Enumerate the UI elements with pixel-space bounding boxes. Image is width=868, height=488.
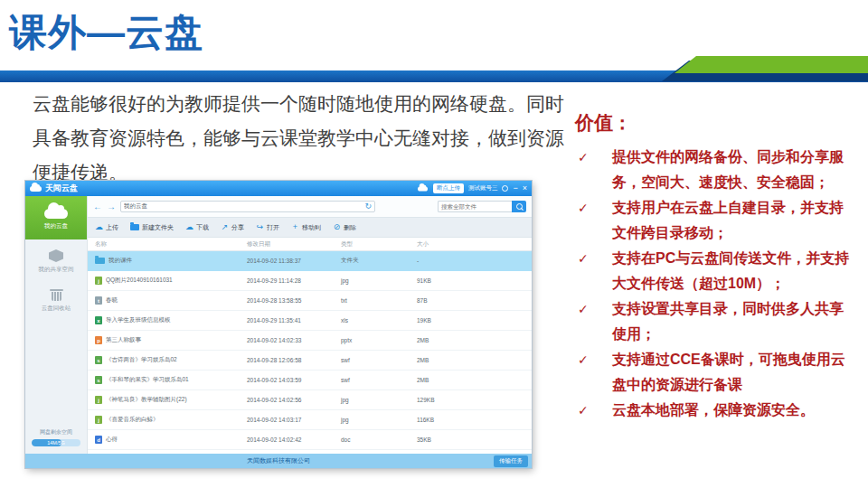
value-list: ✓ 提供文件的网络备份、同步和分享服务，空间大、速度快、安全稳固； ✓ 支持用户…: [575, 145, 857, 423]
value-item: ✓ 支持通过CCE备课时，可拖曳使用云盘中的资源进行备课: [575, 347, 857, 398]
open-icon: ↪: [256, 223, 264, 231]
file-size: 116KB: [417, 417, 532, 423]
search-icon: [516, 203, 523, 210]
new-folder-icon: [130, 224, 139, 230]
window-titlebar[interactable]: 天闻云盘 断点上传 测试账号三 − ×: [25, 181, 532, 196]
file-type: jpg: [341, 397, 417, 403]
file-date: 2014-09-02 14:03:59: [247, 377, 341, 383]
file-size: 35KB: [417, 436, 532, 443]
sidebar-item-cube[interactable]: 我的共享空间: [25, 239, 87, 279]
upload-cloud-icon: [418, 186, 428, 191]
file-name: 《神笔马良》教学辅助图片(22): [106, 396, 187, 404]
file-date: 2014-09-28 13:58:55: [247, 297, 341, 304]
file-name: 导入学生及班级信息模板: [106, 316, 171, 324]
toolbar-button-label: 打开: [267, 223, 279, 232]
file-type-icon: p: [95, 336, 102, 344]
transfer-tasks-button[interactable]: 传输任务: [494, 455, 528, 467]
storage-value: 14M/5G: [32, 439, 80, 446]
file-size: 87B: [417, 297, 532, 304]
table-row[interactable]: j 《喜爱音乐的白鲸》 2014-09-02 14:03:17 jpg 116K…: [88, 410, 532, 430]
toolbar-button-label: 下载: [196, 223, 209, 232]
toolbar-button-label: 删除: [344, 223, 356, 232]
table-row[interactable]: p 第三人称叙事 2014-09-02 14:02:33 pptx 2MB: [88, 331, 532, 351]
back-arrow-icon[interactable]: ←: [93, 202, 102, 211]
file-name: 心得: [106, 436, 118, 444]
account-name[interactable]: 测试账号三: [468, 184, 498, 192]
delete-icon: ⊘: [333, 223, 341, 231]
sidebar-item-cloud[interactable]: 我的云盘: [25, 196, 87, 239]
toolbar-button-move[interactable]: + 移动到: [291, 223, 321, 232]
check-icon: ✓: [575, 195, 612, 246]
check-icon: ✓: [575, 347, 612, 398]
settings-gear-icon[interactable]: [502, 185, 508, 192]
path-input[interactable]: [124, 203, 364, 210]
close-button[interactable]: ×: [523, 184, 527, 192]
file-date: 2014-09-02 14:03:17: [247, 417, 341, 423]
file-type-icon: s: [95, 376, 102, 384]
check-icon: ✓: [575, 145, 612, 195]
column-header[interactable]: 类型: [341, 240, 417, 249]
column-header[interactable]: 修改日期: [247, 240, 341, 249]
navigation-bar: ← → ↻: [88, 196, 532, 217]
column-header[interactable]: 大小: [417, 240, 532, 249]
value-item: ✓ 云盘本地部署，保障资源安全。: [575, 398, 857, 423]
search-button[interactable]: [512, 201, 526, 212]
path-box[interactable]: ↻: [120, 201, 375, 212]
table-row[interactable]: d 心得 2014-09-02 14:02:42 doc 35KB: [88, 430, 532, 450]
refresh-icon[interactable]: ↻: [364, 202, 372, 211]
sidebar-item-trash[interactable]: 云盘回收站: [25, 279, 87, 318]
file-name: 我的课件: [108, 257, 132, 265]
table-row[interactable]: s 《古诗两首》学习娱乐岛02 2014-09-28 12:06:58 swf …: [88, 351, 532, 371]
value-panel: 价值： ✓ 提供文件的网络备份、同步和分享服务，空间大、速度快、安全稳固； ✓ …: [575, 110, 857, 423]
file-size: 19KB: [417, 317, 532, 324]
search-input[interactable]: [438, 201, 512, 212]
sidebar: 我的云盘 我的共享空间 云盘回收站 网盘剩余空间 14M/5G: [25, 196, 88, 454]
storage-indicator: 网盘剩余空间 14M/5G: [32, 428, 80, 446]
forward-arrow-icon[interactable]: →: [107, 202, 116, 211]
table-row[interactable]: x 导入学生及班级信息模板 2014-09-29 11:35:41 xls 19…: [88, 311, 532, 331]
table-row[interactable]: t 春晓 2014-09-28 13:58:55 txt 87B: [88, 291, 532, 311]
toolbar-button-new-folder[interactable]: 新建文件夹: [130, 223, 174, 232]
toolbar-button-upload-cloud[interactable]: ☁ 上传: [95, 223, 118, 232]
file-date: 2014-09-02 14:02:33: [247, 337, 341, 343]
toolbar-button-label: 新建文件夹: [142, 223, 174, 232]
table-row[interactable]: j QQ图片20140910161031 2014-09-29 11:14:28…: [88, 271, 532, 291]
app-logo-cloud-icon: [30, 186, 42, 192]
toolbar-button-share[interactable]: ↗ 分享: [221, 223, 244, 232]
table-row[interactable]: j 《神笔马良》教学辅助图片(22) 2014-09-02 14:02:56 j…: [88, 390, 532, 410]
toolbar-button-delete[interactable]: ⊘ 删除: [333, 223, 356, 232]
file-type: doc: [341, 436, 417, 443]
value-item-text: 支持用户在云盘上自建目录，并支持文件跨目录移动；: [612, 195, 852, 246]
value-item-text: 支持在PC与云盘间传送文件，并支持大文件传送（超过10M）；: [612, 246, 852, 296]
value-heading: 价值：: [575, 110, 857, 136]
file-type: txt: [341, 297, 417, 304]
toolbar-button-download-cloud[interactable]: ☁ 下载: [185, 223, 209, 232]
file-date: 2014-09-29 11:14:28: [247, 277, 341, 284]
value-item: ✓ 支持在PC与云盘间传送文件，并支持大文件传送（超过10M）；: [575, 246, 857, 296]
toolbar-button-open[interactable]: ↪ 打开: [256, 223, 279, 232]
app-name: 天闻云盘: [45, 183, 78, 194]
minimize-button[interactable]: −: [513, 184, 517, 192]
cloud-icon: [44, 209, 68, 219]
value-item: ✓ 支持用户在云盘上自建目录，并支持文件跨目录移动；: [575, 195, 857, 246]
intro-paragraph: 云盘能够很好的为教师提供一个随时随地使用的网络硬盘。同时具备教育资源特色，能够与…: [33, 87, 564, 190]
file-table: 我的课件 2014-09-02 11:38:37 文件夹 - j QQ图片201…: [88, 251, 532, 454]
cloud-disk-window: 天闻云盘 断点上传 测试账号三 − × 我的云盘 我的共享空间 云盘回收站 网盘…: [25, 181, 532, 468]
file-type-icon: j: [95, 416, 102, 424]
check-icon: ✓: [575, 398, 612, 423]
decor-green-shape: [675, 56, 868, 73]
download-cloud-icon: ☁: [185, 223, 193, 231]
table-row[interactable]: s 《手和琴的果实》学习娱乐岛01 2014-09-02 14:03:59 sw…: [88, 371, 532, 390]
file-name: 《古诗两首》学习娱乐岛02: [106, 356, 177, 364]
value-item-text: 支持设置共享目录，同时供多人共享使用；: [612, 296, 852, 347]
file-size: 2MB: [417, 357, 532, 363]
column-header[interactable]: 名称: [95, 240, 247, 249]
cube-icon: [49, 249, 63, 262]
file-size: 2MB: [417, 337, 532, 343]
resume-upload-button[interactable]: 断点上传: [433, 183, 464, 193]
table-row[interactable]: 我的课件 2014-09-02 11:38:37 文件夹 -: [88, 251, 532, 271]
file-size: -: [417, 258, 532, 264]
value-item-text: 提供文件的网络备份、同步和分享服务，空间大、速度快、安全稳固；: [612, 145, 852, 195]
file-type-icon: j: [95, 277, 102, 285]
sidebar-item-label: 云盘回收站: [42, 305, 71, 313]
